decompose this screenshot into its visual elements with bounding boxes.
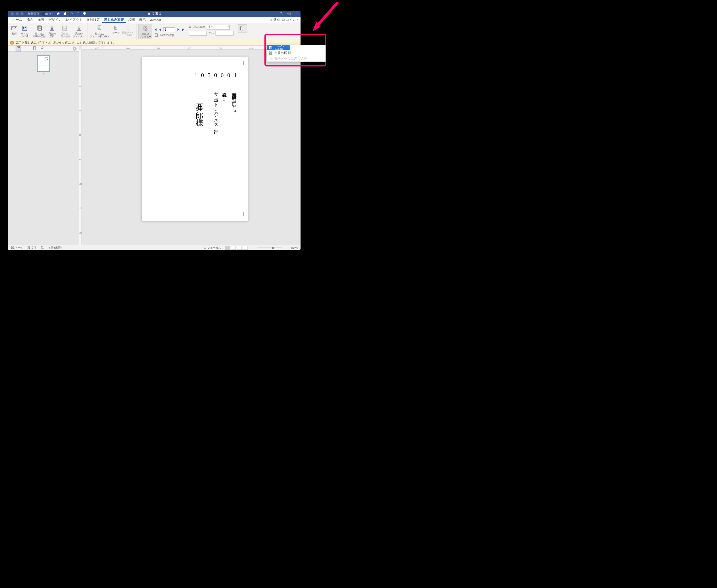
tab-acrobat[interactable]: Acrobat bbox=[148, 17, 163, 23]
autosave-toggle[interactable]: 自動保存 オフ bbox=[27, 12, 53, 16]
horizontal-ruler: |500580640700760820| bbox=[82, 46, 297, 49]
tab-design[interactable]: デザイン bbox=[46, 17, 64, 23]
document-page[interactable]: 1050001 東京都港区虎ノ門 3-4-7 株式会社 Too サポートビジネス… bbox=[142, 57, 248, 221]
filter-recipients-button[interactable]: 宛先の フィルター bbox=[72, 24, 86, 39]
prev-record-icon[interactable] bbox=[158, 28, 162, 31]
minimize-window-button[interactable] bbox=[16, 12, 19, 15]
range-from-input[interactable] bbox=[189, 30, 207, 36]
print-icon[interactable] bbox=[83, 12, 86, 16]
rules-button[interactable]: ルール bbox=[111, 24, 120, 35]
start-merge-button[interactable]: 差し込み 印刷の開始 bbox=[33, 24, 46, 39]
view-buttons bbox=[225, 246, 248, 250]
zoom-slider[interactable] bbox=[257, 248, 282, 248]
documents-icon bbox=[269, 46, 273, 50]
toggle-switch[interactable] bbox=[40, 12, 48, 16]
department-text: サポートビジネス部 bbox=[214, 89, 218, 125]
search-pane-icon[interactable] bbox=[40, 46, 45, 51]
range-label: 差し込み範囲 bbox=[189, 25, 205, 29]
bookmark-icon[interactable] bbox=[33, 46, 37, 51]
autosave-state: オフ bbox=[49, 13, 53, 15]
email-merge-icon bbox=[269, 57, 273, 61]
svg-rect-34 bbox=[270, 46, 272, 49]
send-email-messages-item: 電子メールに差し込み bbox=[267, 56, 325, 62]
focus-mode-button[interactable]: フォーカス bbox=[203, 246, 221, 250]
redo-icon[interactable] bbox=[76, 12, 80, 16]
search-icon[interactable] bbox=[279, 12, 283, 16]
zoom-window-button[interactable] bbox=[21, 12, 23, 15]
web-layout-view-icon[interactable] bbox=[231, 246, 236, 250]
svg-rect-27 bbox=[241, 27, 243, 30]
labels-button[interactable]: ラベル の作成 bbox=[20, 24, 29, 39]
svg-rect-11 bbox=[23, 28, 24, 29]
outline-view-icon[interactable] bbox=[237, 246, 242, 250]
document-canvas[interactable]: |500580640700760820| 20406080100120140 1… bbox=[79, 46, 300, 245]
zoom-in-icon[interactable]: + bbox=[286, 247, 287, 249]
tab-review[interactable]: 校閲 bbox=[126, 17, 137, 23]
finish-merge-icon bbox=[239, 26, 244, 31]
record-number-input[interactable] bbox=[163, 27, 175, 32]
app-window: 自動保存 オフ ⋯ 文書 1 ⌃ ホーム 挿入 描画 デザイン レイアウト 参照… bbox=[8, 10, 300, 250]
outline-icon[interactable] bbox=[25, 46, 29, 51]
svg-point-4 bbox=[270, 20, 271, 20]
edit-individual-documents-item[interactable]: 個々のドキュメントの編集... bbox=[267, 45, 290, 50]
customize-icon[interactable]: ⋯ bbox=[89, 12, 92, 15]
insert-field-button[interactable]: 差し込み フィールドの挿入 bbox=[89, 24, 110, 39]
tab-view[interactable]: 表示 bbox=[137, 17, 148, 23]
svg-rect-36 bbox=[269, 52, 272, 54]
tab-layout[interactable]: レイアウト bbox=[64, 17, 84, 23]
preview-results-button[interactable]: ABC結果の プレビュー bbox=[139, 24, 152, 39]
expand-icon[interactable]: ⌃ bbox=[295, 12, 298, 16]
tab-references[interactable]: 参照設定 bbox=[84, 17, 102, 23]
tab-home[interactable]: ホーム bbox=[10, 17, 24, 23]
page-thumbnail[interactable]: 1050001石井一郎様 1 bbox=[38, 56, 49, 75]
spellcheck-icon[interactable] bbox=[40, 246, 44, 250]
close-window-button[interactable] bbox=[10, 12, 14, 15]
svg-rect-29 bbox=[18, 46, 19, 48]
sidebar-toolbar: ✕ bbox=[8, 46, 79, 52]
share-button[interactable]: 共有 bbox=[269, 18, 280, 22]
range-to-input[interactable] bbox=[215, 30, 234, 36]
search-recipient-icon bbox=[154, 33, 159, 38]
printer-icon bbox=[269, 51, 273, 55]
save-icon[interactable] bbox=[63, 12, 67, 16]
comments-button[interactable]: コメント bbox=[282, 18, 299, 22]
zoom-level[interactable]: 154% bbox=[291, 247, 298, 249]
range-from-label: から bbox=[208, 31, 214, 35]
first-record-icon[interactable] bbox=[153, 28, 157, 31]
tab-draw[interactable]: 描画 bbox=[35, 17, 46, 23]
word-count-status[interactable]: 35 文字 bbox=[27, 246, 37, 250]
svg-rect-31 bbox=[41, 247, 43, 248]
thumbnail-image: 1050001石井一郎様 bbox=[38, 56, 49, 71]
next-record-icon[interactable] bbox=[177, 28, 180, 31]
svg-rect-28 bbox=[17, 46, 18, 48]
vertical-ruler: 20406080100120140 bbox=[79, 49, 82, 245]
envelope-button[interactable]: 封筒 bbox=[9, 24, 19, 36]
zoom-out-icon[interactable]: − bbox=[252, 247, 253, 249]
draft-view-icon[interactable] bbox=[243, 246, 248, 250]
svg-point-1 bbox=[288, 12, 291, 15]
dismiss-message-icon[interactable]: ✕ bbox=[10, 41, 14, 45]
ribbon-tabs: ホーム 挿入 描画 デザイン レイアウト 参照設定 差し込み文書 校閲 表示 A… bbox=[8, 17, 300, 23]
language-status[interactable]: 英語 (米国) bbox=[48, 246, 62, 250]
undo-icon[interactable] bbox=[69, 12, 73, 16]
page-count-status[interactable]: 1/1 ページ bbox=[10, 246, 23, 250]
finish-merge-button[interactable]: ⌄ bbox=[238, 24, 247, 33]
last-record-icon[interactable] bbox=[182, 28, 185, 31]
message-bar: ✕ 完了と差し込み [完了と差し込み] を選んで、差し込み印刷を完了します。 bbox=[8, 40, 300, 46]
range-select[interactable]: すべて bbox=[207, 25, 230, 29]
company-text: 株式会社 Too bbox=[222, 89, 227, 101]
tab-insert[interactable]: 挿入 bbox=[24, 17, 35, 23]
svg-point-30 bbox=[41, 47, 43, 49]
close-sidebar-icon[interactable]: ✕ bbox=[73, 47, 77, 50]
print-layout-view-icon[interactable] bbox=[225, 246, 230, 250]
account-icon[interactable] bbox=[287, 12, 291, 16]
zip-code-text: 1050001 bbox=[194, 72, 240, 79]
select-recipients-button[interactable]: 宛先の 選択 bbox=[47, 24, 57, 39]
finish-merge-dropdown: 個々のドキュメントの編集... 文書の印刷... 電子メールに差し込み bbox=[267, 45, 326, 62]
thumbnails-icon[interactable] bbox=[16, 45, 21, 52]
home-icon[interactable] bbox=[56, 12, 60, 16]
record-navigation bbox=[153, 25, 185, 32]
find-recipient-button[interactable]: 宛先の検索 bbox=[153, 33, 185, 38]
tab-mailings[interactable]: 差し込み文書 bbox=[102, 17, 126, 23]
message-text: [完了と差し込み] を選んで、差し込み印刷を完了します。 bbox=[38, 41, 116, 45]
